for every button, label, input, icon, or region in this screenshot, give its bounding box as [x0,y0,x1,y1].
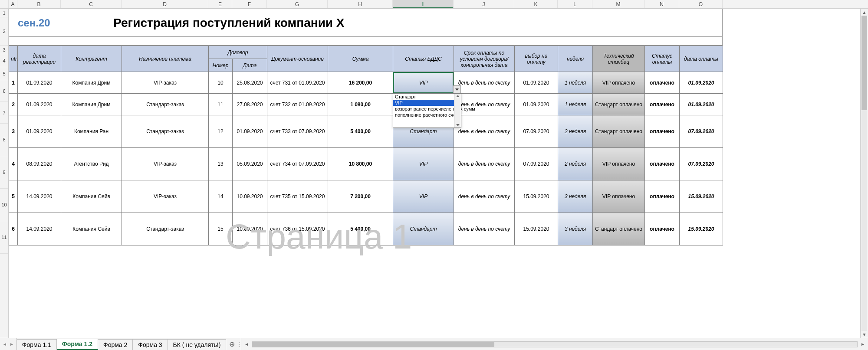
scroll-down-icon[interactable]: ▼ [861,331,868,338]
cell-week[interactable]: 2 неделя [558,148,593,180]
cell-choice[interactable]: 07.09.2020 [515,115,558,148]
select-all-corner[interactable] [0,0,9,8]
scroll-up-icon[interactable]: ▲ [861,9,868,16]
cell-sum[interactable]: 5 400,00 [328,213,393,245]
header-pay-date[interactable]: дата оплаты [680,46,723,72]
cell-status[interactable]: оплачено [645,148,680,180]
cell-contract-date[interactable]: 10.09.2020 [233,213,267,245]
cell-counterparty[interactable]: Компания Сейв [61,213,122,245]
hscroll-thumb[interactable] [252,342,494,347]
header-basis[interactable]: Документ-основание [267,46,328,72]
cell-basis[interactable]: счет 734 от 07.09.2020 [267,148,328,180]
sheet-tab[interactable]: Форма 3 [133,339,168,350]
cell-n[interactable]: 1 [9,72,18,94]
cell-basis[interactable]: счет 735 от 15.09.2020 [267,180,328,213]
cell-week[interactable]: 2 неделя [558,115,593,148]
header-purpose[interactable]: Назначение платежа [122,46,209,72]
cell-tech[interactable]: Стандарт оплачено [593,94,645,115]
cell-choice[interactable]: 07.09.2020 [515,148,558,180]
hscroll-track[interactable] [252,341,858,347]
row-header-5[interactable]: 5 [0,67,8,80]
cell-sum[interactable]: 10 800,00 [328,148,393,180]
cell-contract-num[interactable]: 12 [209,115,233,148]
cell-pay-date[interactable]: 15.09.2020 [680,213,723,245]
cell-contract-num[interactable]: 11 [209,94,233,115]
header-contract[interactable]: Договор [209,46,267,59]
cell-term[interactable]: день в день по счету [454,72,515,94]
cell-status[interactable]: оплачено [645,115,680,148]
cell-counterparty[interactable]: Компания Сейв [61,180,122,213]
column-header-B[interactable]: B [17,0,61,8]
cell-tech[interactable]: VIP оплачено [593,148,645,180]
cell-choice[interactable]: 01.09.2020 [515,72,558,94]
cell-reg-date[interactable]: 14.09.2020 [18,180,61,213]
cell-reg-date[interactable]: 01.09.2020 [18,72,61,94]
cell-pay-date[interactable]: 01.09.2020 [680,94,723,115]
column-header-C[interactable]: C [61,0,122,8]
cell-status[interactable]: оплачено [645,72,680,94]
column-header-O[interactable]: O [679,0,723,8]
cell-week[interactable]: 3 неделя [558,213,593,245]
cell-contract-date[interactable]: 27.08.2020 [233,94,267,115]
header-week[interactable]: неделя [558,46,593,72]
add-sheet-button[interactable]: ⊕ [226,338,237,350]
row-header-11[interactable]: 11 [0,221,8,254]
sheet-tab[interactable]: Форма 1.2 [57,339,98,350]
cell-contract-date[interactable]: 01.09.2020 [233,115,267,148]
cell-basis[interactable]: счет 732 от 01.09.2020 [267,94,328,115]
row-header-1[interactable]: 1 [0,9,8,17]
cell-bdds[interactable]: VIP [393,72,454,94]
cell-purpose[interactable]: Стандарт-заказ [122,94,209,115]
cell-contract-date[interactable]: 10.09.2020 [233,180,267,213]
column-header-F[interactable]: F [232,0,267,8]
cell-counterparty[interactable]: Компания Ран [61,115,122,148]
row-header-3[interactable]: 3 [0,46,8,54]
header-tech[interactable]: Технический столбец [593,46,645,72]
cell-reg-date[interactable]: 08.09.2020 [18,148,61,180]
sheet-tab[interactable]: Форма 1.1 [17,339,57,350]
cell-bdds[interactable]: Стандарт [393,213,454,245]
cell-week[interactable]: 1 неделя [558,94,593,115]
row-header-2[interactable]: 2 [0,17,8,46]
cell-reg-date[interactable]: 01.09.2020 [18,94,61,115]
nav-prev-icon[interactable]: ► [10,342,14,347]
header-choice[interactable]: выбор на оплату [515,46,558,72]
column-header-K[interactable]: K [514,0,558,8]
cell-n[interactable]: 4 [9,148,18,180]
cell-pay-date[interactable]: 15.09.2020 [680,180,723,213]
cell-term[interactable]: день в день по счету [454,213,515,245]
cell-purpose[interactable]: Стандарт-заказ [122,213,209,245]
cell-pay-date[interactable]: 07.09.2020 [680,115,723,148]
cell-sum[interactable]: 5 400,00 [328,115,393,148]
column-header-G[interactable]: G [267,0,328,8]
cell-contract-num[interactable]: 10 [209,72,233,94]
dropdown-option[interactable]: VIP [393,100,461,106]
header-term[interactable]: Срок оплаты по условиям договора/ контро… [454,46,515,72]
cell-tech[interactable]: VIP оплачено [593,180,645,213]
cell-pay-date[interactable]: 07.09.2020 [680,148,723,180]
vertical-scrollbar[interactable]: ▲ ▼ [860,9,868,338]
dropdown-option[interactable]: Стандарт [393,94,461,100]
cell-sum[interactable]: 16 200,00 [328,72,393,94]
header-contract-num[interactable]: Номер [209,59,233,72]
cell-counterparty[interactable]: Агентство Рид [61,148,122,180]
column-header-D[interactable]: D [122,0,208,8]
cell-counterparty[interactable]: Компания Дрим [61,94,122,115]
cell-basis[interactable]: счет 736 от 15.09.2020 [267,213,328,245]
tab-nav-arrows[interactable]: ◄► [0,338,16,350]
cell-week[interactable]: 1 неделя [558,72,593,94]
cell-contract-num[interactable]: 13 [209,148,233,180]
cell-basis[interactable]: счет 731 от 01.09.2020 [267,72,328,94]
row-header-9[interactable]: 9 [0,156,8,189]
header-counterparty[interactable]: Контрагент [61,46,122,72]
row-header-10[interactable]: 10 [0,189,8,221]
sheet-tab[interactable]: БК ( не удалять!) [168,339,227,350]
column-header-J[interactable]: J [454,0,514,8]
header-pp[interactable]: п\п [9,46,18,72]
column-header-H[interactable]: H [328,0,393,8]
row-header-7[interactable]: 7 [0,102,8,124]
row-header-4[interactable]: 4 [0,54,8,67]
cell-status[interactable]: оплачено [645,213,680,245]
dropdown-option[interactable]: пополнение расчетного счета [393,112,461,118]
column-header-N[interactable]: N [644,0,679,8]
